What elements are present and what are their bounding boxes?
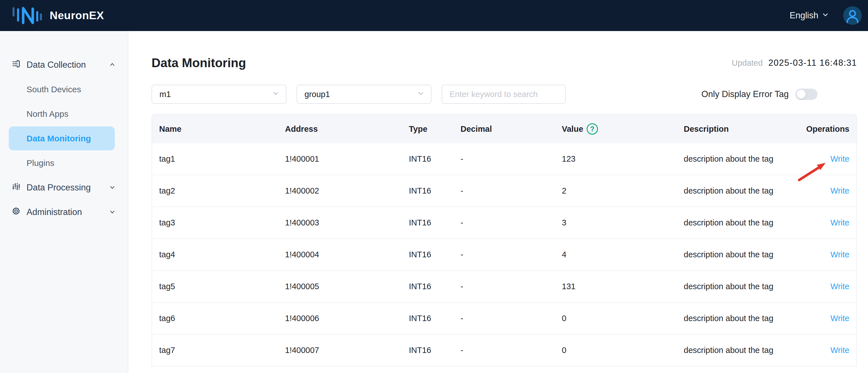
table-header-row: Name Address Type Decimal Value ? Descri… xyxy=(152,115,857,143)
cell-type: INT16 xyxy=(409,314,461,323)
write-link[interactable]: Write xyxy=(831,218,849,227)
cell-description: description about the tag xyxy=(684,154,805,164)
cell-description: description about the tag xyxy=(684,346,805,355)
sidebar-item-administration[interactable]: Administration xyxy=(0,200,128,224)
column-header-name: Name xyxy=(159,124,285,134)
column-header-description: Description xyxy=(684,124,805,134)
cell-name: tag4 xyxy=(159,250,285,259)
user-avatar-icon[interactable] xyxy=(843,6,862,25)
cell-address: 1!400007 xyxy=(285,346,409,355)
updated-timestamp: 2025-03-11 16:48:31 xyxy=(768,58,857,68)
table-row: tag6 1!400006 INT16 - 0 description abou… xyxy=(152,303,857,335)
page-head: Data Monitoring Updated 2025-03-11 16:48… xyxy=(152,55,857,71)
cell-type: INT16 xyxy=(409,346,461,355)
node-select-value: m1 xyxy=(159,90,171,99)
table-row: tag7 1!400007 INT16 - 0 description abou… xyxy=(152,335,857,367)
write-link[interactable]: Write xyxy=(831,346,849,355)
sidebar-item-label: Data Monitoring xyxy=(27,134,91,143)
data-collection-icon xyxy=(11,59,21,71)
cell-type: INT16 xyxy=(409,282,461,291)
sidebar-item-plugins[interactable]: Plugins xyxy=(0,151,128,175)
write-link[interactable]: Write xyxy=(831,282,849,291)
sidebar-item-label: North Apps xyxy=(27,109,68,119)
cell-decimal: - xyxy=(461,250,562,259)
brand-name: NeuronEX xyxy=(50,9,104,22)
gear-icon xyxy=(11,206,21,218)
cell-type: INT16 xyxy=(409,250,461,259)
brand: NeuronEX xyxy=(11,3,104,29)
table-row: tag2 1!400002 INT16 - 2 description abou… xyxy=(152,175,857,207)
column-header-decimal: Decimal xyxy=(461,124,562,134)
write-link[interactable]: Write xyxy=(831,154,849,163)
write-link[interactable]: Write xyxy=(831,314,849,323)
column-header-address: Address xyxy=(285,124,409,134)
cell-type: INT16 xyxy=(409,154,461,164)
cell-address: 1!400006 xyxy=(285,314,409,323)
group-select[interactable]: group1 xyxy=(297,85,431,104)
cell-decimal: - xyxy=(461,314,562,323)
cell-address: 1!400004 xyxy=(285,250,409,259)
sidebar-item-data-collection[interactable]: Data Collection xyxy=(0,53,128,77)
table-row: tag5 1!400005 INT16 - 131 description ab… xyxy=(152,271,857,303)
cell-description: description about the tag xyxy=(684,250,805,259)
filter-bar: m1 group1 Only Display Error Tag xyxy=(152,85,857,104)
cell-value: 123 xyxy=(562,154,684,164)
cell-name: tag1 xyxy=(159,154,285,164)
main-content: Data Monitoring Updated 2025-03-11 16:48… xyxy=(128,31,868,373)
chevron-down-icon xyxy=(822,10,829,21)
tags-table: Name Address Type Decimal Value ? Descri… xyxy=(152,114,857,367)
cell-address: 1!400005 xyxy=(285,282,409,291)
sidebar-item-label: South Devices xyxy=(27,85,81,94)
cell-decimal: - xyxy=(461,154,562,164)
sidebar-item-data-monitoring[interactable]: Data Monitoring xyxy=(9,126,115,150)
table-row: tag1 1!400001 INT16 - 123 description ab… xyxy=(152,143,857,175)
node-select[interactable]: m1 xyxy=(152,85,286,104)
cell-description: description about the tag xyxy=(684,186,805,195)
question-circle-icon[interactable]: ? xyxy=(587,123,598,134)
cell-value: 131 xyxy=(562,282,684,291)
sidebar-item-data-processing[interactable]: Data Processing xyxy=(0,175,128,200)
cell-description: description about the tag xyxy=(684,314,805,323)
cell-name: tag6 xyxy=(159,314,285,323)
cell-description: description about the tag xyxy=(684,282,805,291)
table-row: tag4 1!400004 INT16 - 4 description abou… xyxy=(152,239,857,271)
cell-address: 1!400003 xyxy=(285,218,409,227)
cell-decimal: - xyxy=(461,186,562,195)
write-link[interactable]: Write xyxy=(831,250,849,259)
cell-decimal: - xyxy=(461,218,562,227)
sidebar-item-label: Administration xyxy=(27,207,82,217)
cell-value: 3 xyxy=(562,218,684,227)
language-selector[interactable]: English xyxy=(789,10,829,21)
language-label: English xyxy=(789,10,818,21)
error-tag-toggle[interactable] xyxy=(796,89,817,100)
cell-description: description about the tag xyxy=(684,218,805,227)
chevron-up-icon xyxy=(109,60,116,70)
column-header-operations: Operations xyxy=(805,124,849,134)
sidebar-item-south-devices[interactable]: South Devices xyxy=(0,77,128,101)
table-body: tag1 1!400001 INT16 - 123 description ab… xyxy=(152,143,857,367)
error-tag-toggle-group: Only Display Error Tag xyxy=(701,89,817,100)
group-select-value: group1 xyxy=(305,90,330,99)
topbar: NeuronEX English xyxy=(0,0,868,31)
sidebar-item-north-apps[interactable]: North Apps xyxy=(0,101,128,126)
search-input[interactable] xyxy=(442,85,566,104)
cell-name: tag2 xyxy=(159,186,285,195)
chevron-down-icon xyxy=(417,89,425,99)
write-link[interactable]: Write xyxy=(831,186,849,195)
cell-name: tag3 xyxy=(159,218,285,227)
chevron-down-icon xyxy=(109,183,116,193)
column-header-value: Value ? xyxy=(562,123,684,134)
updated-label: Updated xyxy=(732,58,763,68)
cell-name: tag5 xyxy=(159,282,285,291)
page-title: Data Monitoring xyxy=(152,56,246,70)
neuronex-logo-icon xyxy=(11,3,44,29)
sidebar-item-label: Data Collection xyxy=(27,60,86,70)
chevron-down-icon xyxy=(109,207,116,217)
cell-value: 0 xyxy=(562,346,684,355)
table-row: tag3 1!400003 INT16 - 3 description abou… xyxy=(152,207,857,239)
error-tag-toggle-label: Only Display Error Tag xyxy=(701,89,789,99)
cell-decimal: - xyxy=(461,282,562,291)
cell-address: 1!400002 xyxy=(285,186,409,195)
topbar-right: English xyxy=(789,6,862,25)
cell-value: 2 xyxy=(562,186,684,195)
